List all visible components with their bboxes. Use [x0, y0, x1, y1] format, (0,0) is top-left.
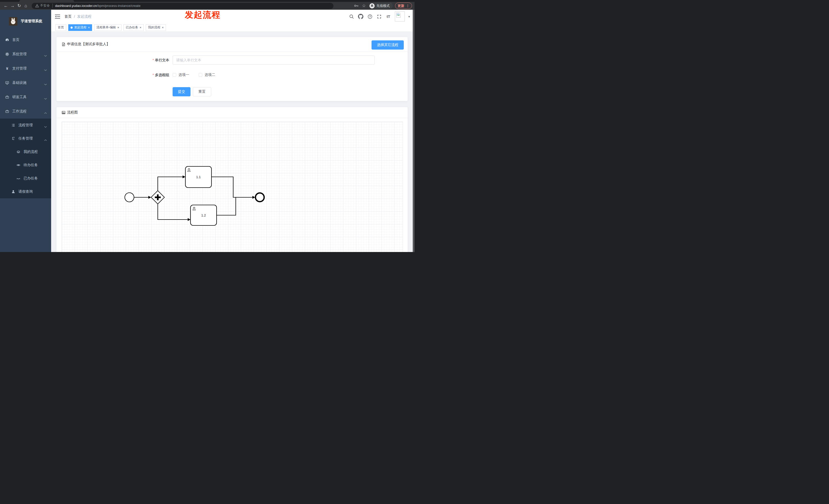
browser-menu-icon[interactable]: ⋮ [406, 4, 409, 8]
sidebar-item-infrastructure[interactable]: 基础设施 [0, 76, 51, 90]
checkbox-field-label: *多选框组 [57, 73, 169, 77]
required-asterisk: * [153, 58, 154, 62]
checkbox-option-1[interactable]: 选项一 [173, 73, 189, 77]
bpmn-start-event[interactable] [125, 193, 134, 202]
user-avatar[interactable] [395, 11, 405, 22]
security-indicator[interactable]: 不安全 [35, 4, 53, 8]
app-title: 芋道管理系统 [21, 19, 42, 24]
tab-form-edit[interactable]: 流程表单-编辑 × [94, 24, 121, 31]
bpmn-user-task-1[interactable]: 1.1 [185, 166, 212, 188]
breadcrumb-separator: / [74, 14, 75, 18]
apply-info-title: 申请信息【测试多审批人】 [67, 42, 110, 46]
bpmn-parallel-gateway[interactable] [151, 191, 165, 204]
task-branch-icon [11, 137, 15, 141]
sidebar-collapse-button[interactable] [55, 14, 60, 19]
browser-tabstrip [0, 0, 414, 2]
tab-close-icon[interactable]: × [140, 26, 141, 29]
chevron-down-icon [44, 96, 47, 101]
browser-active-tab[interactable] [19, 0, 74, 2]
bpmn-canvas[interactable]: 1.1 1.2 [62, 122, 403, 252]
toolbar-right: ☆ 无痕模式 更新 ⋮ [353, 2, 412, 10]
tab-my-process[interactable]: 我的流程 × [146, 24, 166, 31]
url-path: /bpm/process-instance/create [97, 4, 141, 8]
tab-start-process[interactable]: 发起流程 × [68, 24, 92, 31]
incognito-label: 无痕模式 [376, 4, 390, 8]
fullscreen-icon[interactable] [376, 14, 382, 20]
tab-close-icon[interactable]: × [162, 26, 164, 29]
process-diagram-title: 流程图 [67, 110, 78, 115]
sidebar-item-workflow[interactable]: 工作流程 [0, 104, 51, 119]
sidebar-item-label: 任务管理 [19, 136, 33, 141]
checkbox-icon[interactable] [199, 73, 202, 77]
help-icon[interactable]: ? [367, 14, 373, 20]
svg-text:?: ? [369, 15, 371, 18]
bpmn-end-event[interactable] [255, 193, 264, 202]
back-button[interactable]: ← [3, 2, 9, 10]
sidebar-item-label: 首页 [12, 38, 20, 42]
breadcrumb-home-link[interactable]: 首页 [65, 14, 72, 19]
user-icon [11, 190, 15, 194]
tab-label: 首页 [58, 25, 64, 30]
tab-done-tasks[interactable]: 已办任务 × [123, 24, 144, 31]
sidebar-item-process-mgmt[interactable]: 流程管理 [0, 119, 51, 132]
choose-other-process-button[interactable]: 选择其它流程 [371, 40, 404, 49]
document-icon [62, 42, 66, 46]
address-bar[interactable]: 不安全 dashboard.yudao.iocoder.cn/bpm/proce… [32, 3, 333, 9]
toolbox-icon [5, 95, 9, 99]
sidebar-item-payment[interactable]: ¥ 支付管理 [0, 61, 51, 76]
single-line-text-input[interactable] [173, 55, 374, 65]
tab-label: 已办任务 [126, 25, 138, 30]
bookmark-star-icon[interactable]: ☆ [361, 2, 366, 10]
sidebar-item-my-process[interactable]: 我的流程 [0, 145, 51, 158]
sidebar-item-label: 已办任务 [24, 176, 38, 181]
url-host: dashboard.yudao.iocoder.cn [55, 4, 97, 8]
app-window: 芋道管理系统 首页 系统管理 ¥ 支付管理 [0, 10, 414, 252]
app-logo-row: 芋道管理系统 [0, 10, 51, 33]
chevron-down-icon [44, 124, 47, 128]
reload-button[interactable]: ↻ [16, 2, 23, 10]
security-label: 不安全 [40, 4, 50, 8]
bpmn-diagram: 1.1 1.2 [62, 122, 403, 252]
search-icon[interactable] [349, 14, 354, 20]
page-scrollbar[interactable] [413, 10, 414, 252]
apply-info-card-header: 申请信息【测试多审批人】 [57, 37, 407, 52]
tab-close-icon[interactable]: × [117, 26, 119, 29]
sidebar-item-system[interactable]: 系统管理 [0, 47, 51, 61]
reset-button[interactable]: 重置 [193, 87, 211, 96]
gear-icon [5, 52, 9, 56]
checkbox-option-2[interactable]: 选项二 [199, 73, 215, 77]
sidebar-item-todo-tasks[interactable]: 待办任务 [0, 158, 51, 172]
checkbox-label: 选项二 [205, 73, 215, 77]
required-asterisk: * [153, 73, 154, 77]
forward-button[interactable]: → [9, 2, 16, 10]
warning-icon [35, 4, 39, 7]
navbar-actions: ? tT ▾ [349, 11, 414, 22]
sidebar-item-done-tasks[interactable]: 已办任务 [0, 172, 51, 185]
sidebar-item-devtools[interactable]: 研发工具 [0, 90, 51, 104]
tab-close-icon[interactable]: × [88, 26, 90, 29]
update-button[interactable]: 更新 ⋮ [395, 3, 412, 9]
screen: ← → ↻ ⌂ 不安全 dashboard.yudao.iocoder.cn/b… [0, 0, 414, 252]
chevron-down-icon [44, 53, 47, 57]
font-size-icon[interactable]: tT [386, 14, 391, 20]
chevron-up-icon [44, 111, 47, 115]
sidebar-item-label: 待办任务 [24, 163, 38, 167]
broken-image-icon [396, 12, 401, 18]
sidebar-item-home[interactable]: 首页 [0, 33, 51, 47]
bpmn-user-task-2[interactable]: 1.2 [190, 205, 217, 225]
apply-info-card: 申请信息【测试多审批人】 选择其它流程 *单行文本 *多选框组 选项一 [56, 37, 408, 101]
avatar-caret-icon[interactable]: ▾ [408, 15, 410, 18]
eye-icon [16, 163, 21, 167]
checkbox-icon[interactable] [173, 73, 176, 77]
sidebar-item-label: 工作流程 [12, 109, 27, 114]
sidebar-item-task-mgmt[interactable]: 任务管理 [0, 132, 51, 145]
submit-button[interactable]: 提交 [173, 87, 190, 96]
github-icon[interactable] [358, 14, 364, 20]
tab-label: 我的流程 [148, 25, 160, 30]
image-icon [62, 111, 66, 115]
home-button[interactable]: ⌂ [23, 2, 29, 10]
tab-home[interactable]: 首页 [56, 24, 66, 31]
sidebar-item-leave-query[interactable]: 请假查询 [0, 185, 51, 198]
sidebar-item-label: 研发工具 [12, 95, 27, 100]
key-icon[interactable] [353, 3, 359, 9]
